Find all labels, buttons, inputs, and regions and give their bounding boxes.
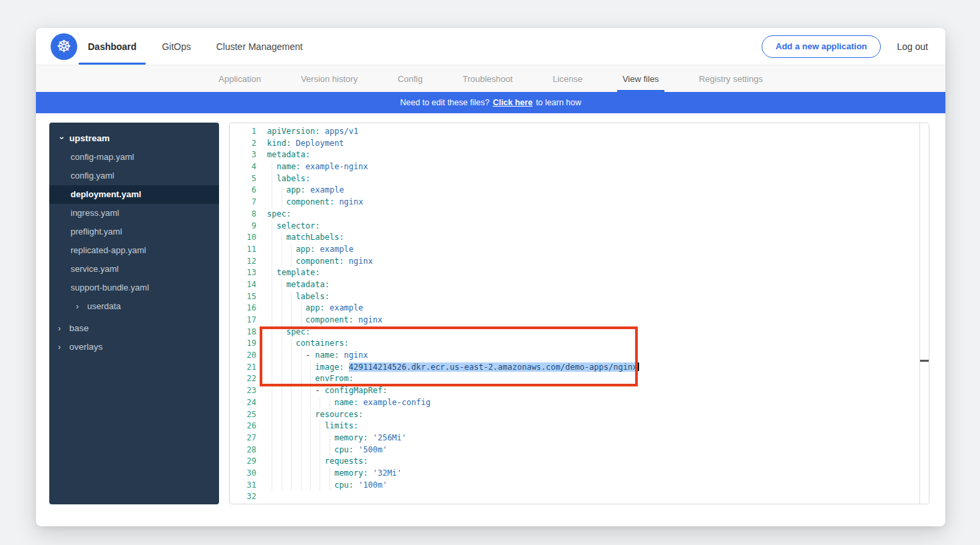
indent-guide [272, 338, 272, 350]
indent-guide [301, 362, 302, 374]
code-line[interactable]: 25 resources: [230, 409, 929, 421]
file-tree-item-upstream[interactable]: ›upstream [49, 129, 219, 148]
indent-guide [282, 244, 282, 256]
code-line[interactable]: 6 app: example [230, 185, 929, 197]
code-line[interactable]: 2kind: Deployment [230, 138, 929, 150]
indent-guide [272, 291, 272, 303]
code-line[interactable]: 5 labels: [230, 173, 929, 185]
file-tree-item-replicated-app-yaml[interactable]: replicated-app.yaml [49, 241, 219, 260]
file-tree-item-overlays[interactable]: ›overlays [49, 338, 219, 356]
nav-item-dashboard[interactable]: Dashboard [88, 28, 136, 65]
line-number: 2 [230, 138, 256, 150]
line-number: 21 [230, 362, 256, 374]
code-line[interactable]: 12 component: nginx [230, 256, 929, 268]
line-number: 5 [230, 173, 256, 185]
file-tree-item-service-yaml[interactable]: service.yaml [49, 260, 219, 278]
code-line[interactable]: 7 component: nginx [230, 197, 929, 209]
indent-guide [310, 373, 311, 385]
nav-item-gitops[interactable]: GitOps [162, 28, 191, 65]
code-line[interactable]: 11 app: example [230, 244, 929, 256]
code-line[interactable]: 30 memory: '32Mi' [230, 468, 929, 480]
code-line[interactable]: 19 containers: [230, 338, 929, 350]
code-line[interactable]: 8spec: [230, 209, 929, 221]
tab-version-history[interactable]: Version history [300, 65, 359, 92]
code-line[interactable]: 15 labels: [230, 291, 929, 303]
file-tree-item-userdata[interactable]: ›userdata [49, 297, 219, 316]
tab-registry-settings[interactable]: Registry settings [698, 65, 764, 92]
add-application-button[interactable]: Add a new application [762, 35, 881, 58]
code-line[interactable]: 20 - name: nginx [230, 350, 929, 362]
indent-guide [310, 397, 311, 409]
code-line[interactable]: 18 spec: [230, 326, 929, 338]
file-tree-item-deployment-yaml[interactable]: deployment.yaml [49, 185, 219, 204]
file-tabs-bar: ApplicationVersion historyConfigTroubles… [36, 65, 945, 92]
indent-guide [291, 314, 292, 326]
editor-scrollbar[interactable] [919, 123, 929, 504]
logout-link[interactable]: Log out [897, 41, 928, 52]
code-line[interactable]: 14 metadata: [230, 279, 929, 291]
code-line[interactable]: 3metadata: [230, 149, 929, 161]
click-here-link[interactable]: Click here [493, 98, 533, 107]
tab-troubleshoot[interactable]: Troubleshoot [461, 65, 514, 92]
code-line[interactable]: 27 memory: '256Mi' [230, 432, 929, 444]
file-tree-item-config-yaml[interactable]: config.yaml [49, 167, 219, 185]
code-line[interactable]: 9 selector: [230, 221, 929, 233]
code-line[interactable]: 24 name: example-config [230, 397, 929, 409]
code-editor[interactable]: 1apiVersion: apps/v12kind: Deployment3me… [229, 123, 929, 504]
indent-guide [301, 397, 302, 409]
code-line[interactable]: 17 component: nginx [230, 314, 929, 326]
file-tree-item-label: base [69, 323, 89, 333]
indent-guide [272, 267, 272, 279]
file-tree-item-preflight-yaml[interactable]: preflight.yaml [49, 223, 219, 241]
indent-guide [330, 444, 330, 456]
tab-view-files[interactable]: View files [621, 65, 660, 92]
file-tree-item-config-map-yaml[interactable]: config-map.yaml [49, 148, 219, 167]
tab-config[interactable]: Config [396, 65, 424, 92]
code-line[interactable]: 22 envFrom: [230, 373, 929, 385]
line-number: 25 [230, 409, 256, 421]
indent-guide [272, 232, 272, 244]
indent-guide [282, 444, 282, 456]
indent-guide [291, 432, 292, 444]
indent-guide [282, 291, 282, 303]
indent-guide [282, 338, 282, 350]
code-line[interactable]: 1apiVersion: apps/v1 [230, 126, 929, 138]
tab-license[interactable]: License [551, 65, 584, 92]
file-tree-item-support-bundle-yaml[interactable]: support-bundle.yaml [49, 278, 219, 297]
code-line[interactable]: 21 image: 429114214526.dkr.ecr.us-east-2… [230, 362, 929, 374]
code-line[interactable]: 10 matchLabels: [230, 232, 929, 244]
line-number: 31 [230, 480, 256, 492]
indent-guide [282, 256, 282, 268]
code-line[interactable]: 29 requests: [230, 456, 929, 468]
file-tree-item-label: preflight.yaml [71, 227, 122, 237]
indent-guide [320, 432, 320, 444]
code-line[interactable]: 31 cpu: '100m' [230, 480, 929, 492]
code-line[interactable]: 23 - configMapRef: [230, 385, 929, 397]
indent-guide [272, 432, 272, 444]
code-line[interactable]: 28 cpu: '500m' [230, 444, 929, 456]
indent-guide [272, 456, 272, 468]
tab-application[interactable]: Application [217, 65, 262, 92]
indent-guide [282, 362, 282, 374]
nav-item-cluster-management[interactable]: Cluster Management [216, 28, 303, 65]
indent-guide [291, 397, 292, 409]
indent-guide [272, 397, 272, 409]
indent-guide [291, 444, 292, 456]
indent-guide [301, 314, 302, 326]
code-line[interactable]: 26 limits: [230, 420, 929, 432]
code-line[interactable]: 32 [230, 491, 929, 503]
line-number: 30 [230, 468, 256, 480]
file-tree-item-ingress-yaml[interactable]: ingress.yaml [49, 204, 219, 223]
code-line[interactable]: 4 name: example-nginx [230, 161, 929, 173]
file-tree-item-base[interactable]: ›base [49, 319, 219, 338]
indent-guide [272, 161, 272, 173]
indent-guide [310, 480, 311, 492]
code-line[interactable]: 16 app: example [230, 302, 929, 314]
indent-guide [291, 256, 292, 268]
code-area[interactable]: 1apiVersion: apps/v12kind: Deployment3me… [230, 123, 929, 503]
indent-guide [291, 385, 292, 397]
code-line[interactable]: 13 template: [230, 267, 929, 279]
indent-guide [310, 444, 311, 456]
line-number: 17 [230, 314, 256, 326]
indent-guide [310, 362, 311, 374]
